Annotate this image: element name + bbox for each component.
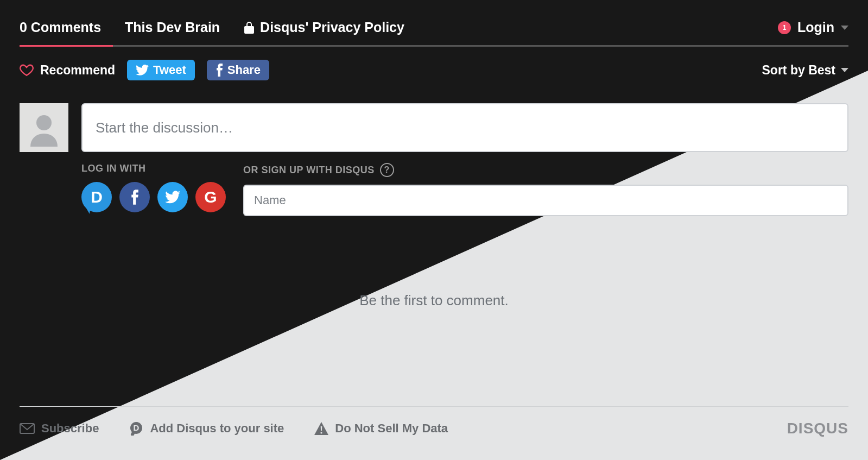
footer: Subscribe D Add Disqus to your site Do N… (20, 406, 848, 437)
disqus-icon: D (91, 188, 103, 206)
twitter-icon (165, 191, 180, 204)
envelope-icon (20, 423, 35, 434)
svg-text:D: D (134, 423, 140, 432)
sort-label: Sort by Best (762, 63, 835, 78)
google-icon: G (204, 188, 217, 206)
recommend-button[interactable]: Recommend (20, 63, 115, 78)
help-icon[interactable]: ? (380, 163, 394, 177)
notification-badge: 1 (778, 21, 791, 34)
share-label: Share (227, 63, 261, 77)
sort-dropdown[interactable]: Sort by Best (762, 63, 848, 78)
do-not-sell-link[interactable]: Do Not Sell My Data (314, 421, 448, 436)
login-twitter-button[interactable] (157, 182, 188, 212)
heart-icon (20, 64, 34, 77)
signup-name-input[interactable] (243, 185, 848, 216)
disqus-bubble-icon: D (129, 421, 143, 436)
share-button[interactable]: Share (207, 60, 269, 80)
empty-state: Be the first to comment. (20, 292, 848, 309)
facebook-icon (216, 64, 223, 77)
login-with-header: LOG IN WITH (81, 163, 226, 174)
comment-textbox[interactable] (81, 103, 848, 152)
add-disqus-link[interactable]: D Add Disqus to your site (129, 421, 284, 436)
recommend-label: Recommend (40, 63, 115, 78)
tab-privacy-policy[interactable]: Disqus' Privacy Policy (244, 20, 404, 45)
social-login-buttons: D G (81, 182, 226, 212)
login-label: Login (797, 20, 834, 35)
subscribe-label: Subscribe (41, 421, 99, 436)
login-with-section: LOG IN WITH D G (81, 163, 226, 216)
auth-row: LOG IN WITH D G (20, 163, 848, 216)
signup-header: OR SIGN UP WITH DISQUS ? (243, 163, 848, 177)
tweet-button[interactable]: Tweet (127, 60, 195, 80)
action-bar: Recommend Tweet Share Sort by Best (20, 60, 848, 80)
warning-icon (314, 422, 328, 435)
comment-input[interactable] (96, 119, 834, 136)
tab-comments[interactable]: 0 Comments (20, 20, 101, 45)
tab-underline (20, 45, 848, 47)
header-tabs: 0 Comments This Dev Brain Disqus' Privac… (20, 20, 848, 45)
avatar (20, 103, 68, 152)
do-not-sell-label: Do Not Sell My Data (335, 421, 448, 436)
login-google-button[interactable]: G (195, 182, 226, 212)
disqus-brand[interactable]: DISQUS (787, 420, 848, 437)
subscribe-link[interactable]: Subscribe (20, 421, 99, 436)
chevron-down-icon (841, 26, 848, 30)
twitter-icon (136, 65, 149, 75)
add-disqus-label: Add Disqus to your site (150, 421, 284, 436)
signup-header-text: OR SIGN UP WITH DISQUS (243, 165, 375, 176)
compose-row (20, 103, 848, 152)
tweet-label: Tweet (153, 63, 186, 77)
svg-point-0 (36, 115, 52, 130)
tab-underline-active (20, 45, 113, 47)
login-disqus-button[interactable]: D (81, 182, 112, 212)
login-dropdown[interactable]: 1 Login (778, 20, 848, 45)
tab-site-name[interactable]: This Dev Brain (125, 20, 220, 45)
facebook-icon (130, 189, 139, 205)
signup-section: OR SIGN UP WITH DISQUS ? (243, 163, 848, 216)
login-facebook-button[interactable] (119, 182, 150, 212)
chevron-down-icon (841, 68, 848, 72)
lock-icon (244, 21, 255, 34)
privacy-label: Disqus' Privacy Policy (260, 20, 404, 35)
avatar-placeholder-icon (25, 109, 63, 147)
